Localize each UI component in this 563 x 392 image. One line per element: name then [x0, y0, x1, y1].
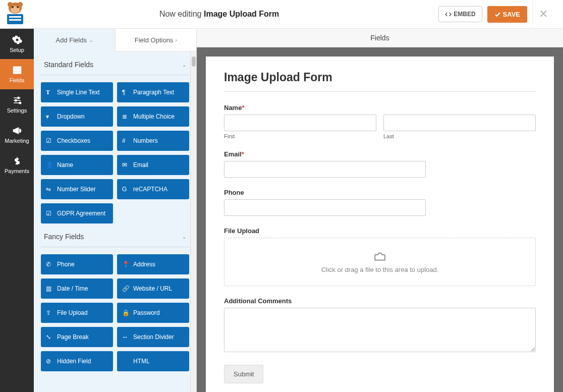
field-standard-dropdown[interactable]: ▾Dropdown: [41, 106, 113, 127]
field-fancy-address[interactable]: 📍Address: [117, 254, 189, 274]
envelope-icon: ✉: [122, 161, 129, 169]
field-name[interactable]: Name* First Last: [224, 104, 536, 139]
field-fancy-html[interactable]: HTML: [117, 351, 189, 371]
embed-button[interactable]: EMBED: [438, 6, 482, 22]
field-standard-multiple-choice[interactable]: ≣Multiple Choice: [117, 106, 189, 127]
email-input[interactable]: [224, 161, 426, 178]
svg-rect-9: [13, 67, 21, 68]
nav-setup[interactable]: Setup: [0, 29, 34, 59]
form-canvas: Fields Image Upload Form Name* First Las…: [197, 29, 563, 392]
field-email[interactable]: Email*: [224, 150, 536, 178]
field-standard-single-line-text[interactable]: 𝐓Single Line Text: [41, 82, 113, 102]
field-fancy-website-url[interactable]: 🔗Website / URL: [117, 278, 189, 299]
required-indicator: *: [242, 150, 244, 158]
logo: [3, 1, 28, 26]
chevron-right-icon: ›: [175, 37, 177, 43]
scrollbar[interactable]: [190, 51, 196, 392]
code-icon: [122, 358, 129, 365]
field-file-upload[interactable]: File Upload Click or drag a file to this…: [224, 227, 536, 286]
topbar: Now editing Image Upload Form EMBED SAVE…: [0, 0, 563, 29]
file-dropzone[interactable]: Click or drag a file to this area to upl…: [224, 238, 536, 286]
left-nav: SetupFieldsSettingsMarketingPayments: [0, 29, 34, 392]
field-fancy-password[interactable]: 🔒Password: [117, 303, 189, 323]
dollar-icon: [12, 156, 22, 166]
svg-point-1: [8, 2, 13, 7]
field-standard-email[interactable]: ✉Email: [117, 155, 189, 175]
first-name-input[interactable]: [224, 115, 376, 131]
svg-point-14: [19, 102, 21, 103]
nav-settings[interactable]: Settings: [0, 89, 34, 120]
first-name-sublabel: First: [224, 133, 376, 139]
layout-icon: [12, 65, 22, 75]
caret-square-icon: ▾: [46, 113, 53, 120]
map-pin-icon: 📍: [122, 261, 129, 268]
save-button[interactable]: SAVE: [487, 6, 527, 23]
upload-icon: [373, 250, 386, 261]
svg-point-4: [12, 6, 14, 8]
phone-input[interactable]: [224, 199, 426, 216]
svg-rect-8: [9, 19, 21, 21]
calendar-icon: ▥: [46, 285, 53, 292]
nav-fields[interactable]: Fields: [0, 59, 34, 89]
close-button[interactable]: ✕: [532, 0, 554, 29]
canvas-header: Fields: [197, 29, 563, 47]
sliders-h-icon: ⇋: [46, 186, 53, 193]
last-name-sublabel: Last: [383, 133, 536, 139]
editing-title: Now editing Image Upload Form: [0, 10, 438, 19]
user-icon: 👤: [46, 161, 53, 169]
field-fancy-phone[interactable]: ✆Phone: [41, 254, 113, 274]
bullhorn-icon: [12, 126, 22, 136]
google-icon: G: [122, 186, 129, 193]
sliders-icon: [12, 95, 22, 105]
phone-icon: ✆: [46, 261, 53, 268]
svg-point-5: [17, 6, 19, 8]
field-standard-number-slider[interactable]: ⇋Number Slider: [41, 179, 113, 199]
fields-panel: Add Fields⌄ Field Options› Standard Fiel…: [34, 29, 197, 392]
gear-icon: [12, 35, 22, 45]
list-icon: ≣: [122, 113, 129, 120]
section-standard-fields[interactable]: Standard Fields⌄: [41, 51, 189, 75]
field-fancy-date-time[interactable]: ▥Date / Time: [41, 278, 113, 299]
field-fancy-page-break[interactable]: ⤡Page Break: [41, 327, 113, 347]
field-standard-paragraph-text[interactable]: ¶Paragraph Text: [117, 82, 189, 102]
tab-add-fields[interactable]: Add Fields⌄: [34, 29, 115, 51]
arrows-h-icon: ↔: [122, 333, 129, 341]
field-standard-recaptcha[interactable]: GreCAPTCHA: [117, 179, 189, 199]
lock-icon: 🔒: [122, 309, 129, 316]
submit-button[interactable]: Submit: [224, 365, 263, 383]
check-square-icon: ☑: [46, 210, 53, 217]
field-standard-name[interactable]: 👤Name: [41, 155, 113, 175]
dropzone-hint: Click or drag a file to this area to upl…: [230, 266, 530, 273]
svg-point-2: [18, 2, 23, 7]
eye-slash-icon: ⊘: [46, 358, 53, 365]
comments-textarea[interactable]: [224, 308, 536, 352]
page-break-icon: ⤡: [46, 333, 53, 341]
svg-point-13: [15, 99, 16, 101]
field-fancy-section-divider[interactable]: ↔Section Divider: [117, 327, 189, 347]
chevron-down-icon: ⌄: [182, 62, 186, 68]
link-icon: 🔗: [122, 285, 129, 292]
last-name-input[interactable]: [383, 115, 536, 131]
field-fancy-hidden-field[interactable]: ⊘Hidden Field: [41, 351, 113, 371]
section-fancy-fields[interactable]: Fancy Fields⌄: [41, 223, 189, 247]
chevron-down-icon: ⌄: [182, 234, 186, 240]
field-standard-numbers[interactable]: #Numbers: [117, 131, 189, 151]
svg-rect-7: [9, 16, 21, 18]
field-standard-checkboxes[interactable]: ☑Checkboxes: [41, 131, 113, 151]
code-icon: [445, 11, 452, 18]
paragraph-icon: ¶: [122, 89, 129, 96]
nav-payments[interactable]: Payments: [0, 150, 34, 180]
hash-icon: #: [122, 137, 129, 144]
required-indicator: *: [242, 104, 244, 111]
svg-rect-10: [13, 69, 21, 71]
upload-icon: ⇪: [46, 309, 53, 316]
field-standard-gdpr-agreement[interactable]: ☑GDPR Agreement: [41, 203, 113, 223]
text-icon: 𝐓: [46, 89, 53, 96]
field-comments[interactable]: Additional Comments: [224, 297, 536, 354]
nav-marketing[interactable]: Marketing: [0, 120, 34, 150]
field-phone[interactable]: Phone: [224, 189, 536, 216]
tab-field-options[interactable]: Field Options›: [115, 29, 197, 51]
svg-point-12: [17, 97, 19, 98]
field-fancy-file-upload[interactable]: ⇪File Upload: [41, 303, 113, 323]
svg-rect-11: [13, 72, 21, 73]
